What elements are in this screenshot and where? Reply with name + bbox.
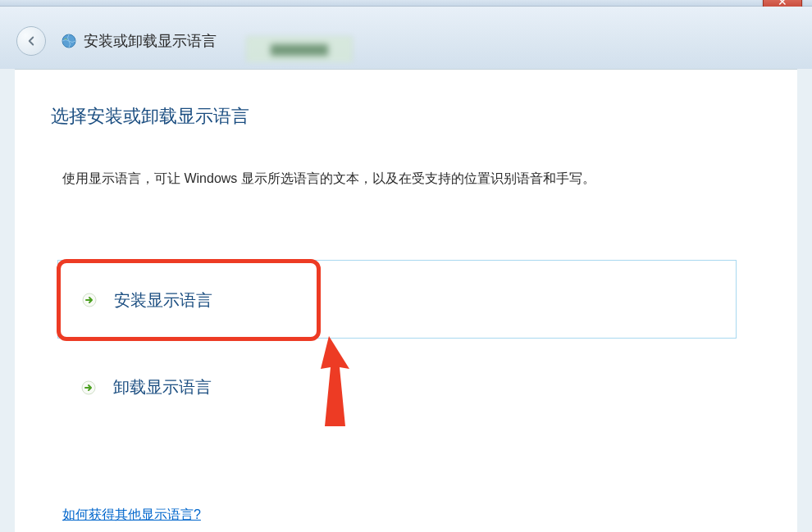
pointer-arrow-annotation [300,336,366,434]
uninstall-language-option[interactable]: 卸载显示语言 [80,376,212,398]
header-bar: 安装或卸载显示语言 [0,7,812,69]
install-language-option[interactable]: 安装显示语言 [57,260,737,339]
window-title: 安装或卸载显示语言 [84,31,217,51]
content-area: 选择安装或卸载显示语言 使用显示语言，可让 Windows 显示所选语言的文本，… [15,69,797,532]
globe-icon [61,33,77,49]
arrow-right-icon [80,380,97,396]
description-text: 使用显示语言，可让 Windows 显示所选语言的文本，以及在受支持的位置识别语… [62,171,595,188]
help-link[interactable]: 如何获得其他显示语言? [62,507,201,524]
uninstall-language-label: 卸载显示语言 [113,376,212,398]
back-button[interactable] [16,26,46,56]
background-tab [246,36,353,62]
back-arrow-icon [24,34,39,48]
arrow-right-icon [81,292,98,308]
page-title: 选择安装或卸载显示语言 [51,104,249,129]
window-chrome [0,0,812,7]
install-language-label: 安装显示语言 [114,289,212,311]
